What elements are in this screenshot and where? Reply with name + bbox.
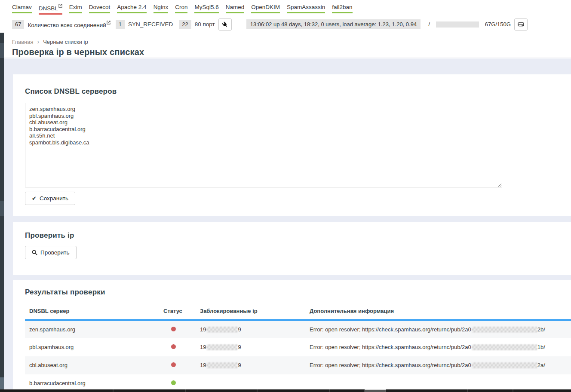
- table-row: pbl.spamhaus.org 199 Error: open resolve…: [25, 338, 571, 356]
- nav-item-dnsbl[interactable]: DNSBL: [39, 4, 62, 15]
- check-section-title: Проверить ip: [25, 231, 571, 240]
- firewall-plug-button[interactable]: [218, 18, 232, 31]
- os-taskbar[interactable]: [0, 389, 571, 392]
- nav-item-cron[interactable]: Cron: [175, 4, 187, 13]
- disk-usage-text: 67G/150G: [485, 21, 511, 28]
- disk-button[interactable]: [514, 18, 528, 31]
- column-header-ip: Заблокированные ip: [196, 303, 305, 320]
- blocked-ip-cell: [196, 374, 305, 390]
- check-button[interactable]: Проверить: [25, 246, 77, 259]
- disk-usage-bar: [436, 21, 479, 28]
- taskbar-separator: [467, 389, 468, 392]
- column-header-status: Статус: [159, 303, 196, 320]
- external-link-icon: [58, 4, 62, 8]
- port-label: 80 порт: [195, 21, 215, 28]
- table-row: cbl.abuseat.org 199 Error: open resolver…: [25, 356, 571, 374]
- status-dot: [171, 362, 176, 367]
- nav-item-clamav[interactable]: Clamav: [12, 4, 32, 13]
- syn-label: SYN_RECEIVED: [128, 21, 173, 28]
- results-header-row: DNSBL сервер Статус Заблокированные ip Д…: [25, 303, 571, 320]
- dnsbl-servers-card: Список DNSBL серверов zen.spamhaus.org p…: [13, 74, 571, 216]
- check-ip-card: Проверить ip Проверить: [13, 222, 571, 275]
- nav-item-fail2ban[interactable]: fail2ban: [332, 4, 352, 13]
- nav-item-apache[interactable]: Apache 2.4: [117, 4, 146, 13]
- top-bar: Clamav DNSBL Exim Dovecot Apache 2.4 Ngi…: [0, 0, 571, 32]
- check-icon: ✔: [32, 196, 37, 201]
- sidebar-segment: [0, 201, 4, 216]
- syn-count-badge: 1: [116, 20, 125, 29]
- status-dot: [171, 327, 176, 331]
- server-cell: zen.spamhaus.org: [25, 320, 159, 338]
- port-count-badge: 22: [179, 20, 191, 29]
- plug-icon: [221, 20, 229, 29]
- service-nav: Clamav DNSBL Exim Dovecot Apache 2.4 Ngi…: [0, 0, 571, 15]
- results-card: Результаты проверки DNSBL сервер Статус …: [13, 280, 571, 389]
- nav-item-mysql[interactable]: MySql5.6: [194, 4, 218, 13]
- info-cell: Error: open resolver; https://check.spam…: [305, 356, 571, 374]
- column-header-server: DNSBL сервер: [25, 303, 159, 320]
- redacted-ip: [206, 362, 237, 368]
- server-cell: pbl.spamhaus.org: [25, 338, 159, 356]
- table-row: zen.spamhaus.org 199 Error: open resolve…: [25, 320, 571, 338]
- nav-item-spamassassin[interactable]: SpamAssassin: [287, 4, 325, 13]
- breadcrumb: Главная › Черные списки ip: [12, 38, 571, 45]
- redacted-info: [472, 327, 537, 333]
- disk-mount-label: /: [428, 21, 430, 28]
- nav-item-nginx[interactable]: Nginx: [153, 4, 169, 13]
- uptime-text: 13:06:02 up 48 days, 18:32, 0 users, loa…: [246, 19, 421, 29]
- page-title: Проверка ip в черных списках: [12, 47, 571, 57]
- blocked-ip-cell: 199: [196, 320, 305, 338]
- nav-item-exim[interactable]: Exim: [69, 4, 82, 13]
- redacted-info: [472, 344, 537, 350]
- redacted-ip: [206, 327, 237, 333]
- redacted-info: [472, 362, 537, 368]
- taskbar-separator: [513, 389, 513, 392]
- breadcrumb-current: Черные списки ip: [43, 39, 88, 45]
- column-header-info: Дополнительная информация: [305, 303, 571, 320]
- status-dot: [171, 380, 176, 385]
- taskbar-separator: [113, 389, 114, 392]
- page-header: Главная › Черные списки ip Проверка ip в…: [4, 33, 571, 58]
- table-row: b.barracudacentral.org: [25, 374, 571, 390]
- blocked-ip-cell: 199: [196, 338, 305, 356]
- connections-count-badge: 67: [12, 20, 24, 29]
- external-link-icon: [107, 21, 111, 24]
- server-cell: b.barracudacentral.org: [25, 374, 159, 390]
- nav-item-named[interactable]: Named: [226, 4, 245, 13]
- blocked-ip-cell: 199: [196, 356, 305, 374]
- collapsed-sidebar[interactable]: [0, 33, 4, 392]
- nav-item-opendkim[interactable]: OpenDKIM: [251, 4, 280, 13]
- save-button[interactable]: ✔ Сохранить: [25, 192, 75, 205]
- server-cell: cbl.abuseat.org: [25, 356, 159, 374]
- breadcrumb-home-link[interactable]: Главная: [12, 39, 33, 45]
- status-bar: 67 Количество всех соединений 1 SYN_RECE…: [0, 15, 571, 31]
- breadcrumb-separator-icon: ›: [37, 38, 39, 45]
- taskbar-separator: [257, 389, 258, 392]
- status-dot: [171, 344, 176, 349]
- info-cell: Error: open resolver; https://check.spam…: [305, 320, 571, 338]
- sidebar-segment: [0, 43, 4, 58]
- connections-label[interactable]: Количество всех соединений: [28, 21, 110, 28]
- taskbar-active-item[interactable]: [365, 389, 386, 392]
- info-cell: Error: open resolver; https://check.spam…: [305, 338, 571, 356]
- search-icon: [32, 250, 37, 255]
- hdd-icon: [518, 21, 524, 27]
- taskbar-separator: [185, 389, 186, 392]
- results-table: DNSBL сервер Статус Заблокированные ip Д…: [25, 303, 571, 389]
- info-cell: [305, 374, 571, 390]
- nav-item-dovecot[interactable]: Dovecot: [89, 4, 111, 13]
- results-section-title: Результаты проверки: [25, 288, 571, 297]
- taskbar-separator: [329, 389, 330, 392]
- servers-section-title: Список DNSBL серверов: [25, 87, 571, 96]
- dnsbl-servers-textarea[interactable]: zen.spamhaus.org pbl.spamhaus.org cbl.ab…: [25, 103, 502, 187]
- redacted-ip: [206, 344, 237, 350]
- sidebar-segment: [0, 377, 4, 389]
